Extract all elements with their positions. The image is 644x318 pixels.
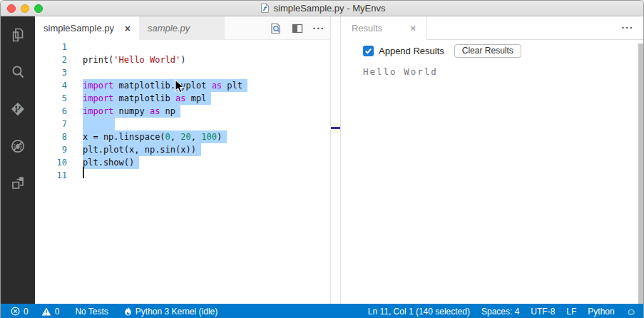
error-count: 0: [24, 307, 29, 317]
activity-bar: [1, 16, 35, 304]
more-actions-icon[interactable]: ···: [312, 21, 326, 36]
code-text[interactable]: [83, 118, 115, 130]
line-number[interactable]: 3: [35, 66, 83, 79]
flame-icon: [124, 307, 132, 316]
editor-scrollbar-gutter[interactable]: [330, 16, 341, 304]
code-line[interactable]: 3: [35, 66, 330, 79]
line-number[interactable]: 2: [35, 53, 83, 66]
code-text[interactable]: print('Hello World'): [83, 53, 186, 66]
debug-disabled-icon[interactable]: [8, 136, 28, 156]
line-number[interactable]: 5: [35, 92, 83, 105]
tab-simplesample-py[interactable]: simpleSample.py ×: [35, 16, 139, 40]
results-panel: Results × ··· Append Results Clear Resul…: [341, 16, 644, 304]
panel-more-actions-icon[interactable]: ···: [620, 21, 635, 35]
code-text[interactable]: import numpy as np: [83, 105, 180, 118]
no-tests-status[interactable]: No Tests: [75, 304, 108, 318]
close-window-button[interactable]: [7, 4, 16, 13]
titlebar: simpleSample.py - MyEnvs: [1, 1, 644, 16]
code-editor[interactable]: 12print('Hello World')34import matplotli…: [35, 40, 330, 304]
panel-scrollbar[interactable]: [638, 43, 644, 304]
code-line[interactable]: 2print('Hello World'): [35, 53, 330, 66]
panel-header-divider: [427, 39, 644, 40]
language-mode-status[interactable]: Python: [588, 304, 614, 318]
indentation-status[interactable]: Spaces: 4: [481, 304, 519, 318]
line-number[interactable]: 10: [35, 156, 83, 169]
cursor-position-status[interactable]: Ln 11, Col 1 (140 selected): [368, 304, 470, 318]
results-panel-header: Results × ···: [341, 16, 644, 40]
tab-results[interactable]: Results ×: [341, 16, 427, 40]
code-text[interactable]: plt.plot(x, np.sin(x)): [83, 143, 201, 156]
source-control-icon[interactable]: [8, 99, 28, 119]
file-proxy-icon: [260, 3, 270, 14]
code-text[interactable]: x = np.linspace(0, 20, 100): [83, 130, 227, 143]
kernel-status[interactable]: Python 3 Kernel (idle): [124, 304, 218, 318]
append-results-label: Append Results: [379, 46, 444, 56]
open-preview-icon[interactable]: [269, 21, 283, 36]
code-line[interactable]: 4import matplotlib.pyplot as plt: [35, 79, 330, 92]
editor-tab-bar: simpleSample.py × sample.py ···: [35, 16, 330, 40]
line-number[interactable]: 11: [35, 169, 83, 182]
results-output: Hello World: [363, 66, 438, 77]
tab-label: sample.py: [148, 23, 190, 34]
code-text[interactable]: import matplotlib.pyplot as plt: [83, 79, 247, 92]
encoding-status[interactable]: UTF-8: [531, 304, 555, 318]
code-line[interactable]: 10plt.show(): [35, 156, 330, 169]
line-number[interactable]: 1: [35, 41, 83, 53]
code-line[interactable]: 11: [35, 169, 330, 182]
tab-label: Results: [352, 23, 382, 34]
error-icon: [11, 307, 20, 316]
code-line[interactable]: 1: [35, 41, 330, 53]
split-editor-icon[interactable]: [290, 21, 305, 36]
code-line[interactable]: 7: [35, 118, 330, 130]
eol-status[interactable]: LF: [566, 304, 576, 318]
line-number[interactable]: 4: [35, 79, 83, 92]
minimize-window-button[interactable]: [21, 4, 29, 13]
tab-close-icon[interactable]: ×: [125, 23, 131, 34]
line-number[interactable]: 6: [35, 105, 83, 118]
tab-close-icon[interactable]: ×: [410, 23, 416, 34]
text-caret: [83, 167, 84, 178]
overview-ruler-mark: [331, 127, 340, 129]
code-line[interactable]: 6import numpy as np: [35, 105, 330, 118]
zoom-window-button[interactable]: [34, 4, 43, 13]
problems-indicator[interactable]: 0 0: [11, 304, 59, 318]
editor-toolbar: ···: [269, 16, 326, 40]
clear-results-button[interactable]: Clear Results: [454, 44, 521, 58]
feedback-smiley-icon[interactable]: ☺: [626, 304, 636, 318]
explorer-icon[interactable]: [8, 25, 28, 45]
window-title: simpleSample.py - MyEnvs: [274, 3, 386, 14]
code-line[interactable]: 5import matplotlib as mpl: [35, 92, 330, 105]
append-results-checkbox[interactable]: [363, 46, 374, 56]
line-number[interactable]: 7: [35, 118, 83, 130]
results-controls: Append Results Clear Results: [363, 44, 521, 58]
code-line[interactable]: 8x = np.linspace(0, 20, 100): [35, 130, 330, 143]
line-number[interactable]: 9: [35, 143, 83, 156]
traffic-lights: [7, 4, 43, 13]
app-window: simpleSample.py - MyEnvs: [0, 0, 644, 318]
line-number[interactable]: 8: [35, 130, 83, 143]
tab-sample-py[interactable]: sample.py: [139, 16, 225, 40]
search-icon[interactable]: [8, 62, 28, 82]
warning-count: 0: [55, 307, 60, 317]
warning-icon: [41, 307, 51, 316]
status-bar: 0 0 No Tests: [1, 304, 644, 318]
code-text[interactable]: plt.show(): [83, 156, 139, 169]
code-text[interactable]: import matplotlib as mpl: [83, 92, 211, 105]
code-line[interactable]: 9plt.plot(x, np.sin(x)): [35, 143, 330, 156]
extensions-icon[interactable]: [8, 173, 28, 193]
tab-label: simpleSample.py: [44, 23, 114, 34]
